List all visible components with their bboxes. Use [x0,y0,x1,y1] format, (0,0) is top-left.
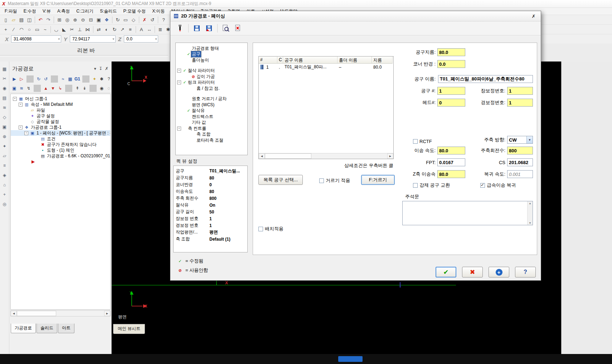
scroll-window-down-icon[interactable]: ↡ [81,85,88,92]
join-icon[interactable]: ⋈ [84,25,92,33]
tree-expand-icon[interactable]: - [177,127,181,131]
redo-icon[interactable]: ↷ [44,16,52,24]
mru-function-icon-13[interactable]: ⌂ [1,182,8,188]
tab-art[interactable]: 아트 [58,324,74,333]
select-library-tool-button[interactable]: 목록 공구 선택... [258,175,303,185]
page-label[interactable]: 평면 (WCS) [191,102,215,108]
xform-mirror-icon[interactable]: ◐ [103,25,111,33]
parameter-page-item[interactable]: - 평면 (WCS) [176,102,247,108]
menu-item[interactable]: C:그리기 [73,8,97,15]
feed-speed-icon[interactable]: ✦ [91,75,98,83]
mru-function-icon-10[interactable]: ▱ [1,153,8,159]
page-label[interactable]: 공구 [191,51,201,57]
tool-table-hscrollbar[interactable]: ◀ ▶ [259,153,393,159]
backplot-icon[interactable]: ≈ [59,75,67,83]
menu-item[interactable]: S:솔리드 [97,8,120,15]
mru-function-icon-14[interactable]: + [1,191,8,198]
retract-rate-field[interactable]: 0.001 [507,170,533,178]
create-point-icon[interactable]: + [2,25,10,33]
print-icon[interactable]: ▤ [18,16,25,24]
page-label[interactable]: 링크 파라미터 [187,79,215,85]
mru-function-icon-9[interactable]: ✦ [1,143,8,149]
create-rectangle-icon[interactable]: ▭ [33,25,41,33]
col-c[interactable]: C [277,56,283,64]
save-parameters-icon[interactable] [191,23,202,33]
zoom-target-icon[interactable]: ◎ [63,16,71,24]
apply-all-button[interactable]: + [489,267,509,277]
page-label[interactable]: 축 컨트롤 [187,126,207,132]
isometric-view-icon[interactable]: ◇ [130,16,137,24]
viewsheet-tab[interactable]: 메인 뷰시트 [113,324,145,334]
batch-checkbox[interactable]: 배치적용 [258,226,283,232]
comment-scrollbar[interactable]: ▲▼ [527,201,533,225]
scroll-right-icon[interactable]: ▶ [104,311,110,316]
operations-tree-hscrollbar[interactable]: ◀ ▶ [10,310,111,316]
panel-close-icon[interactable]: ✗ [105,66,108,71]
scroll-left-icon[interactable]: ◀ [259,153,265,159]
toggle-rapid-moves-icon[interactable]: ↯ [25,85,32,92]
x-coord-input[interactable]: 31.46098 [11,35,61,43]
tree-expand-icon[interactable]: - [177,80,181,84]
operations-tree-item[interactable]: - ❖ 가공경로 그룹-1 [11,124,110,130]
help-icon[interactable]: ? [105,75,112,83]
page-label[interactable]: 가공경로 형태 [191,45,219,51]
chamfer-icon[interactable]: ◣ [60,25,68,33]
tool-table-row[interactable]: 1 . T01_페이스밀_80파... – 80.0 [259,64,393,70]
length-offset-field[interactable]: 1 [507,87,533,95]
create-spline-icon[interactable]: ~ [41,25,49,33]
operations-tree-item[interactable]: - ▣ 1 - 페이싱 - [WCS: 평면] - [ 공구평면 : 평면] [11,130,110,136]
mru-function-icon-2[interactable]: ✂ [1,75,8,82]
page-label[interactable]: 절삭유 [191,108,205,114]
select-all-operations-icon[interactable]: ▶ [11,75,18,83]
parameter-page-item[interactable]: - 홀더높이 [176,57,247,63]
tab-toolpaths[interactable]: 가공경로 [11,324,36,333]
open-file-icon[interactable]: ▱ [10,16,18,24]
page-label[interactable]: 기타 값 [191,119,207,126]
mru-function-icon-6[interactable]: ◇ [1,114,8,120]
create-arc-icon[interactable]: ◠ [18,25,25,33]
tree-expand-icon[interactable]: - [19,103,23,107]
verify-icon[interactable]: ▦ [67,75,74,83]
comment-textarea[interactable]: ▲▼ [402,201,533,225]
parameter-page-item[interactable]: - ⊘ 깊이 가공 [176,74,247,80]
repaint-icon[interactable]: ❖ [103,16,111,24]
parameter-page-item[interactable]: - 원호 거르기 / 공차 [176,96,247,102]
scrollbar-thumb[interactable] [265,153,311,159]
move-insert-tail-icon[interactable]: ↳ [57,85,64,92]
tool-diameter-field[interactable]: 80.0 [437,48,465,56]
trim-icon[interactable]: ✂ [68,25,76,33]
toolpath-options-icon[interactable]: ✱ [98,75,105,83]
create-line-icon[interactable]: ∕ [10,25,18,33]
panel-pin-icon[interactable]: ↧ [99,66,102,71]
rapid-retract-checkbox[interactable]: 급속이송 복귀 [480,182,516,188]
page-label[interactable]: 캔드텍스트 [191,114,214,120]
rctf-checkbox[interactable]: RCTF [413,139,432,144]
scrollbar-thumb[interactable] [17,311,56,316]
fit-screen-icon[interactable]: ▣ [95,16,103,24]
tree-expand-icon[interactable]: - [13,97,17,101]
mru-function-icon-4[interactable]: ▤ [1,95,8,101]
parameter-page-item[interactable]: - 축 컨트롤 [176,126,247,132]
mru-function-icon-11[interactable]: ≡ [1,162,8,169]
operations-tree-item[interactable]: - ▤ 조건 [11,136,110,142]
help-button[interactable]: ? [515,267,536,277]
note-text-icon[interactable]: A [137,25,145,33]
mru-function-icon-1[interactable]: ▦ [1,66,8,72]
parameter-page-item[interactable]: - 축 조합 [176,132,247,138]
mru-function-icon-12[interactable]: ◈ [1,172,8,178]
menu-item[interactable]: F:파일 [1,8,20,15]
operations-tree-item[interactable]: - ▥ 속성 - Mill Default MM [11,102,110,107]
col-number[interactable]: # [259,56,277,64]
zoom-window-icon[interactable]: ⊞ [55,16,63,24]
tool-settings-icon[interactable] [175,23,185,33]
col-tool-name[interactable]: 공구 이름 [283,56,337,64]
zoom-out-icon[interactable]: ⊖ [79,16,87,24]
mru-function-icon-8[interactable]: ⊕ [1,133,8,140]
xform-translate-icon[interactable]: ⇄ [95,25,103,33]
tab-solids[interactable]: 솔리드 [37,324,57,333]
col-holder-name[interactable]: 홀더 이름 [337,56,372,64]
tree-expand-icon[interactable]: - [19,126,23,129]
tree-expand-icon[interactable]: - [177,69,181,73]
levels-icon[interactable]: ≣ [156,25,164,33]
parameter-page-item[interactable]: - ✓ 절삭유 [176,108,247,114]
